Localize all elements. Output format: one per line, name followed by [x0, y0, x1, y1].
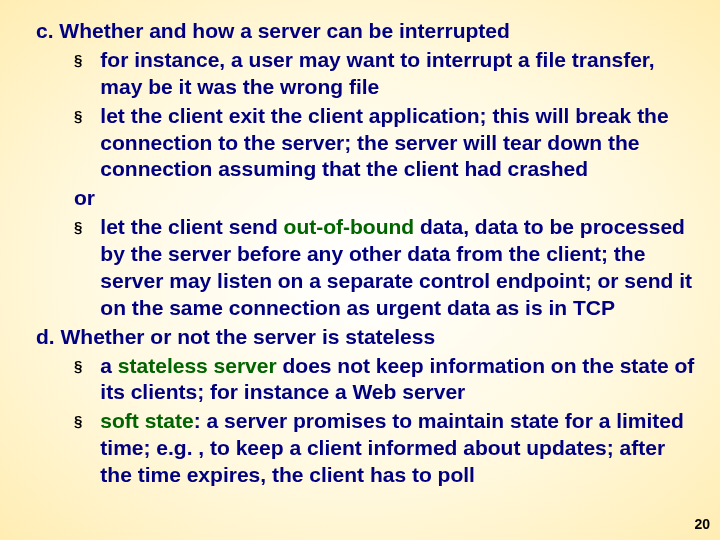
- lettered-item-d: d. Whether or not the server is stateles…: [22, 324, 698, 351]
- bullet-item: §let the client send out-of-bound data, …: [74, 214, 698, 322]
- bullet-text: a stateless server does not keep informa…: [100, 353, 698, 407]
- bullet-text: let the client exit the client applicati…: [100, 103, 698, 184]
- term: out-of-bound: [284, 215, 415, 238]
- bullet-text: let the client send out-of-bound data, d…: [100, 214, 698, 322]
- or-separator: or: [74, 185, 698, 212]
- slide-body: c. Whether and how a server can be inter…: [0, 0, 720, 489]
- bullet-text: for instance, a user may want to interru…: [100, 47, 698, 101]
- bullet-text: soft state: a server promises to maintai…: [100, 408, 698, 489]
- square-bullet-icon: §: [74, 408, 82, 434]
- square-bullet-icon: §: [74, 353, 82, 379]
- square-bullet-icon: §: [74, 214, 82, 240]
- bullet-item: §let the client exit the client applicat…: [74, 103, 698, 184]
- lettered-item-c: c. Whether and how a server can be inter…: [22, 18, 698, 45]
- term: stateless server: [118, 354, 277, 377]
- page-number: 20: [694, 516, 710, 532]
- square-bullet-icon: §: [74, 103, 82, 129]
- bullet-item: §soft state: a server promises to mainta…: [74, 408, 698, 489]
- bullet-item: §for instance, a user may want to interr…: [74, 47, 698, 101]
- bullet-item: §a stateless server does not keep inform…: [74, 353, 698, 407]
- square-bullet-icon: §: [74, 47, 82, 73]
- term: soft state: [100, 409, 193, 432]
